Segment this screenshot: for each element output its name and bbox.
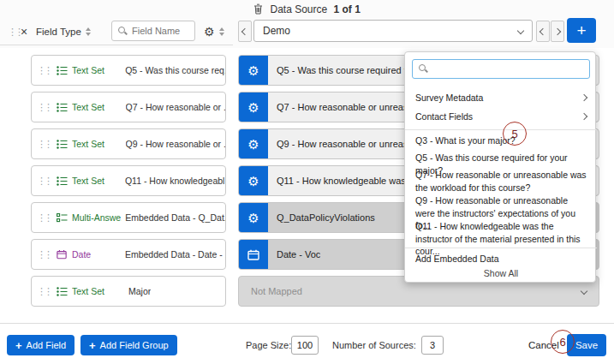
dropdown-group-contact-fields[interactable]: Contact Fields bbox=[405, 107, 597, 126]
dropdown-divider bbox=[405, 129, 597, 130]
gear-icon: ⚙ bbox=[247, 101, 259, 114]
field-mapper-window: Data Source 1 of 1 ⋮⋮ × Field Type ⚙ Dem… bbox=[0, 0, 614, 364]
column-drag-handle[interactable]: ⋮⋮ bbox=[8, 21, 21, 43]
field-row[interactable]: ⋮⋮ Multi-Answe... Embedded Data - Q_Dat.… bbox=[31, 202, 226, 233]
number-of-sources-label: Number of Sources: bbox=[332, 340, 416, 350]
data-source-count: 1 of 1 bbox=[334, 3, 361, 15]
source-dropdown[interactable]: Demo bbox=[253, 20, 533, 42]
field-type-header: Field Type bbox=[36, 21, 91, 43]
close-icon: × bbox=[21, 26, 27, 38]
gear-icon: ⚙ bbox=[247, 64, 259, 77]
add-source-button[interactable]: + bbox=[567, 18, 596, 43]
not-mapped-label: Not Mapped bbox=[251, 286, 302, 296]
annotation-step-5: 5 bbox=[503, 122, 527, 146]
field-settings-button[interactable]: ⚙ bbox=[239, 55, 268, 86]
chevron-left-icon bbox=[539, 27, 546, 34]
drag-dots-icon[interactable]: ⋮⋮ bbox=[37, 66, 51, 75]
field-row[interactable]: ⋮⋮ Text Set Major bbox=[31, 276, 226, 307]
drag-dots-icon[interactable]: ⋮⋮ bbox=[37, 103, 51, 112]
field-row[interactable]: ⋮⋮ Text Set Q11 - How knowledgeabl... bbox=[31, 165, 226, 196]
text-set-icon bbox=[57, 66, 68, 75]
dropdown-item[interactable]: Q3 - What is your major? bbox=[405, 134, 597, 147]
field-settings-button[interactable] bbox=[239, 239, 268, 270]
gear-icon: ⚙ bbox=[247, 175, 259, 188]
source-prev-button[interactable] bbox=[536, 21, 550, 42]
page-size-input[interactable] bbox=[291, 336, 319, 355]
add-field-group-button[interactable]: + Add Field Group bbox=[80, 335, 177, 355]
data-source-label: Data Source bbox=[270, 3, 327, 15]
dropdown-divider bbox=[405, 248, 597, 248]
field-name: Embedded Data - Date - ... bbox=[125, 249, 225, 260]
show-all-link[interactable]: Show All bbox=[405, 268, 597, 278]
chevron-right-icon bbox=[581, 113, 587, 120]
sort-field-name[interactable] bbox=[219, 27, 224, 36]
text-set-icon bbox=[57, 103, 68, 112]
group-label: Survey Metadata bbox=[415, 92, 483, 103]
gear-icon: ⚙ bbox=[247, 138, 259, 151]
add-field-group-label: Add Field Group bbox=[100, 340, 169, 350]
field-name: Q5 - Was this course req... bbox=[125, 65, 225, 75]
mapped-field-label: Date - Voc bbox=[277, 249, 320, 260]
date-icon bbox=[57, 249, 68, 260]
calendar-icon bbox=[247, 249, 259, 260]
drag-dots-icon[interactable]: ⋮⋮ bbox=[37, 287, 51, 296]
drag-dots-icon: ⋮⋮ bbox=[8, 27, 21, 37]
field-name: Major bbox=[128, 286, 151, 296]
drag-dots-icon[interactable]: ⋮⋮ bbox=[37, 176, 51, 186]
text-set-icon bbox=[57, 140, 68, 149]
dropdown-item[interactable]: Q7 - How reasonable or unreasonable was … bbox=[405, 169, 597, 194]
add-field-label: Add Field bbox=[27, 340, 66, 350]
field-type: Text Set bbox=[72, 65, 122, 75]
field-name: Q11 - How knowledgeabl... bbox=[125, 176, 225, 186]
field-type: Date bbox=[72, 249, 122, 260]
dropdown-group-survey-metadata[interactable]: Survey Metadata bbox=[405, 88, 597, 107]
gear-icon: ⚙ bbox=[247, 212, 259, 224]
source-next-button[interactable] bbox=[551, 21, 564, 42]
field-row[interactable]: ⋮⋮ Date Embedded Data - Date - ... bbox=[31, 239, 226, 270]
chevron-left-icon bbox=[241, 27, 248, 34]
field-name: Q7 - How reasonable or ... bbox=[126, 102, 225, 112]
dropdown-search-input[interactable] bbox=[432, 64, 583, 75]
column-settings-button[interactable]: ⚙ bbox=[204, 21, 224, 43]
sort-field-type[interactable] bbox=[86, 27, 91, 36]
field-settings-button[interactable]: ⚙ bbox=[239, 202, 268, 233]
drag-dots-icon[interactable]: ⋮⋮ bbox=[37, 140, 51, 149]
field-name: Q9 - How reasonable or ... bbox=[126, 139, 225, 149]
close-column-button[interactable]: × bbox=[21, 21, 27, 43]
data-source-title: Data Source 1 of 1 bbox=[0, 3, 614, 17]
multi-answer-icon bbox=[57, 213, 68, 223]
drag-dots-icon[interactable]: ⋮⋮ bbox=[37, 250, 51, 260]
annotation-step-6: 6 bbox=[551, 330, 575, 354]
source-scroll-left-button[interactable] bbox=[238, 21, 252, 42]
field-type: Text Set bbox=[72, 176, 122, 186]
drag-dots-icon[interactable]: ⋮⋮ bbox=[37, 213, 51, 223]
add-field-button[interactable]: + Add Field bbox=[7, 335, 75, 355]
field-picker-dropdown: Survey Metadata Contact Fields Q3 - What… bbox=[404, 51, 596, 283]
field-row[interactable]: ⋮⋮ Text Set Q9 - How reasonable or ... bbox=[31, 128, 226, 159]
add-embedded-data-item[interactable]: Add Embedded Data bbox=[405, 253, 597, 266]
trash-icon[interactable] bbox=[253, 3, 263, 17]
chevron-right-icon bbox=[554, 27, 561, 34]
field-name-search[interactable] bbox=[111, 21, 195, 41]
field-type: Text Set bbox=[72, 102, 122, 112]
chevron-down-icon[interactable] bbox=[581, 288, 587, 295]
header-divider bbox=[0, 45, 233, 45]
field-settings-button[interactable]: ⚙ bbox=[239, 128, 268, 159]
field-settings-button[interactable]: ⚙ bbox=[239, 165, 268, 196]
search-icon bbox=[419, 64, 428, 74]
field-row[interactable]: ⋮⋮ Text Set Q7 - How reasonable or ... bbox=[31, 92, 226, 122]
dropdown-search[interactable] bbox=[412, 59, 590, 79]
number-of-sources-input[interactable] bbox=[421, 336, 444, 355]
footer-bar: + Add Field + Add Field Group Page Size:… bbox=[0, 323, 614, 364]
text-set-icon bbox=[57, 287, 68, 296]
field-row[interactable]: ⋮⋮ Text Set Q5 - Was this course req... bbox=[31, 55, 226, 86]
field-type: Multi-Answe... bbox=[72, 212, 122, 223]
field-settings-button[interactable]: ⚙ bbox=[239, 92, 268, 122]
field-type: Text Set bbox=[72, 286, 125, 296]
field-name: Embedded Data - Q_Dat... bbox=[125, 212, 225, 223]
plus-icon: + bbox=[15, 339, 22, 352]
page-size-label: Page Size: bbox=[246, 340, 291, 350]
field-name-search-input[interactable] bbox=[132, 26, 188, 36]
text-set-icon bbox=[57, 176, 68, 186]
group-label: Contact Fields bbox=[415, 111, 473, 122]
